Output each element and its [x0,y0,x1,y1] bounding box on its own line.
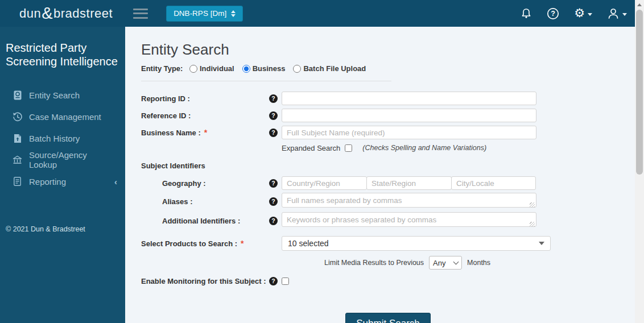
passport-icon [13,90,22,100]
notifications-button[interactable] [521,7,532,19]
reference-id-input[interactable] [282,109,536,122]
radio-business-input[interactable] [242,65,250,73]
radio-batch-file-upload[interactable]: Batch File Upload [293,64,366,73]
monitoring-row: Enable Monitoring for this Subject : [141,274,635,288]
app-selector-button[interactable]: DNB-RPS [Dm] [166,6,243,22]
question-icon[interactable] [269,94,278,103]
main-content: Entity Search Entity Type: Individual Bu… [125,27,635,323]
reporting-id-row: Reporting ID : [141,91,635,106]
expanded-search-label: Expanded Search [282,144,340,152]
dropdown-caret-icon [539,242,544,245]
media-months-value: Any [433,259,445,267]
bell-icon [521,7,532,19]
reporting-id-input[interactable] [282,92,536,105]
sidebar-item-entity-search[interactable]: Entity Search [0,84,125,106]
media-limit-suffix: Months [467,259,490,267]
media-limit-row: Limit Media Results to Previous Any Mont… [141,256,635,270]
app-title: Restricted Party Screening Intelligence [6,42,119,68]
scrollbar-thumb[interactable] [636,10,643,175]
business-name-input[interactable] [282,126,536,139]
monitoring-label: Enable Monitoring for this Subject : [141,277,269,285]
radio-individual[interactable]: Individual [189,64,234,73]
chevron-down-icon [453,259,459,265]
state-region-input[interactable] [366,176,452,190]
reference-id-label: Reference ID : [141,111,269,120]
app-selector-label: DNB-RPS [Dm] [174,9,226,18]
file-upload-icon [13,134,22,143]
radio-label: Individual [200,64,234,73]
history-icon [13,112,22,122]
scroll-up-arrow[interactable] [635,0,644,9]
entity-search-form: Reporting ID : Reference ID : Business N… [141,91,635,323]
sidebar-item-label: Reporting [29,177,114,187]
question-icon[interactable] [269,277,278,285]
question-icon[interactable] [269,197,278,206]
reference-id-row: Reference ID : [141,108,635,123]
logo-text-bradstreet: bradstreet [53,6,113,20]
sidebar-item-source-agency-lookup[interactable]: Source/Agency Lookup [0,149,125,171]
radio-individual-input[interactable] [189,65,197,73]
products-row: Select Products to Search :* 10 selected [141,236,635,251]
expanded-search-checkbox[interactable] [345,144,352,152]
sidebar-item-label: Entity Search [29,90,117,100]
help-button[interactable]: ? [547,7,559,20]
reporting-id-label: Reporting ID : [141,94,269,103]
submit-search-button[interactable]: Submit Search [345,313,431,323]
logo-text-dun: dun [19,6,41,20]
question-icon[interactable] [269,179,278,188]
additional-identifiers-textarea[interactable] [282,212,536,227]
question-icon[interactable] [269,111,278,120]
sidebar-item-label: Batch History [29,134,117,143]
question-icon[interactable] [269,217,278,225]
vertical-scrollbar[interactable] [635,0,644,323]
sidebar-item-reporting[interactable]: Reporting ‹ [0,171,125,192]
media-months-select[interactable]: Any [429,256,462,270]
user-icon [607,7,620,20]
country-region-input[interactable] [282,176,367,190]
question-icon[interactable] [269,129,278,137]
chevron-left-icon[interactable]: ‹ [114,177,117,187]
topbar: dun&bradstreet DNB-RPS [Dm] ? ⚙ [0,0,635,27]
sidebar-item-label: Case Management [29,112,117,122]
products-selected-count: 10 selected [288,239,329,248]
menu-icon[interactable] [133,9,148,19]
radio-label: Batch File Upload [303,64,366,73]
help-icon: ? [547,7,559,20]
sidebar-item-batch-history[interactable]: Batch History [0,127,125,149]
media-limit-prefix: Limit Media Results to Previous [324,259,424,267]
expanded-search-row: Expanded Search (Checks Spelling and Nam… [141,142,635,157]
account-button[interactable] [607,7,627,20]
business-name-row: Business Name :* [141,125,635,140]
city-locale-input[interactable] [451,176,536,190]
products-multiselect[interactable]: 10 selected [282,236,551,251]
sidebar: Restricted Party Screening Intelligence … [0,27,125,323]
sidebar-item-label: Source/Agency Lookup [29,150,117,169]
radio-business[interactable]: Business [242,64,286,73]
bank-icon [13,155,22,165]
entity-type-options: Individual Business Batch File Upload [189,64,366,73]
logo-ampersand: & [42,4,53,22]
chevron-down-icon [588,13,592,16]
products-label: Select Products to Search :* [141,239,269,248]
topbar-actions: ? ⚙ [521,0,627,27]
section-divider [141,81,391,81]
expanded-search-note: (Checks Spelling and Name Variations) [362,144,486,152]
business-name-label: Business Name :* [141,128,269,137]
aliases-textarea[interactable] [282,193,536,208]
additional-identifiers-label: Additional Identifiers : [141,217,269,225]
aliases-label: Aliases : [141,197,269,206]
gear-icon: ⚙ [574,7,585,19]
additional-identifiers-row: Additional Identifiers : [141,212,635,229]
entity-type-row: Entity Type: Individual Business Batch F… [141,64,635,73]
monitoring-checkbox[interactable] [282,278,289,285]
entity-type-label: Entity Type: [141,64,189,73]
required-asterisk: * [204,128,207,137]
chevron-down-icon [622,13,627,16]
settings-button[interactable]: ⚙ [574,7,592,19]
radio-batch-input[interactable] [293,65,301,73]
dnb-logo[interactable]: dun&bradstreet [19,4,113,23]
geography-row: Geography : [141,176,635,191]
sidebar-item-case-management[interactable]: Case Management [0,106,125,127]
svg-text:?: ? [551,10,555,18]
up-down-arrows-icon [231,10,236,17]
